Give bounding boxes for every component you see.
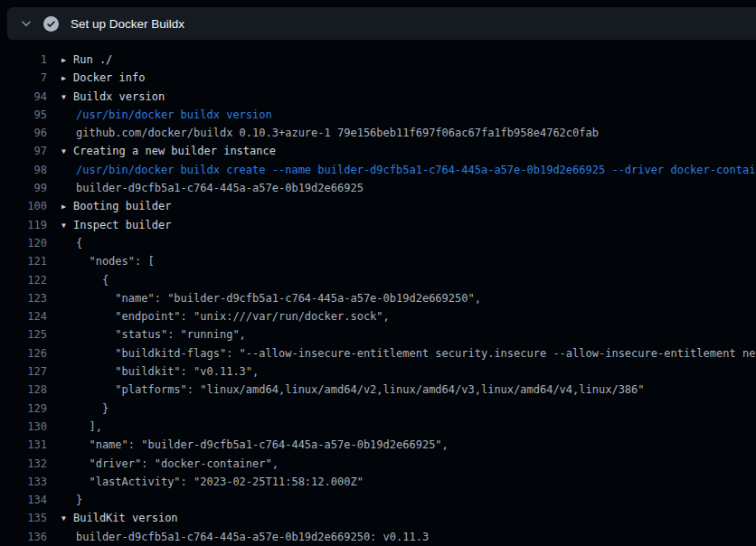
line-number[interactable]: 131 — [0, 436, 47, 454]
log-output-text: "buildkit": "v0.11.3", — [76, 362, 259, 381]
log-line: 127 "buildkit": "v0.11.3", — [0, 362, 756, 381]
log-command-text: /usr/bin/docker buildx version — [76, 106, 272, 124]
line-number[interactable]: 129 — [0, 400, 47, 418]
log-output-text: "nodes": [ — [76, 252, 155, 270]
log-group-header[interactable]: ▶Run ./ — [61, 51, 112, 69]
line-number[interactable]: 95 — [0, 106, 47, 124]
log-line: 131 "name": "builder-d9cfb5a1-c764-445a-… — [0, 436, 756, 454]
log-output-text: github.com/docker/buildx 0.10.3+azure-1 … — [76, 124, 599, 142]
line-number[interactable]: 134 — [0, 491, 47, 509]
line-number[interactable]: 125 — [0, 325, 47, 344]
log-line: 124 "endpoint": "unix:///var/run/docker.… — [0, 307, 756, 325]
log-group-header[interactable]: ▼Creating a new builder instance — [61, 142, 276, 160]
log-line: 99builder-d9cfb5a1-c764-445a-a57e-0b19d2… — [0, 179, 756, 197]
log-line: 128 "platforms": "linux/amd64,linux/amd6… — [0, 381, 756, 399]
line-number[interactable]: 136 — [0, 528, 47, 546]
log-line: 7▶Docker info — [0, 69, 756, 87]
log-line: 95/usr/bin/docker buildx version — [0, 106, 756, 124]
log-line: 121 "nodes": [ — [0, 252, 756, 270]
log-line: 119▼Inspect builder — [0, 216, 756, 234]
log-line: 100▶Booting builder — [0, 197, 756, 215]
log-line: 129 } — [0, 400, 756, 418]
log-output-text: "buildkitd-flags": "--allow-insecure-ent… — [76, 344, 756, 362]
line-number[interactable]: 123 — [0, 289, 47, 307]
line-number[interactable]: 1 — [0, 51, 47, 69]
log-line: 125 "status": "running", — [0, 325, 756, 344]
triangle-down-icon[interactable]: ▼ — [61, 89, 73, 106]
log-command-text: /usr/bin/docker buildx create --name bui… — [76, 161, 756, 179]
log-line: 136builder-d9cfb5a1-c764-445a-a57e-0b19d… — [0, 528, 756, 546]
log-output-text: "name": "builder-d9cfb5a1-c764-445a-a57e… — [76, 289, 481, 307]
line-number[interactable]: 121 — [0, 252, 47, 270]
log-line: 98/usr/bin/docker buildx create --name b… — [0, 161, 756, 179]
log-viewer: 1▶Run ./7▶Docker info94▼Buildx version95… — [0, 51, 756, 546]
log-line: 130 ], — [0, 418, 756, 436]
line-number[interactable]: 127 — [0, 362, 47, 381]
log-output-text: "endpoint": "unix:///var/run/docker.sock… — [76, 307, 390, 325]
chevron-down-icon[interactable] — [19, 16, 33, 31]
log-output-text: builder-d9cfb5a1-c764-445a-a57e-0b19d2e6… — [76, 528, 429, 546]
line-number[interactable]: 122 — [0, 271, 47, 289]
log-group-header[interactable]: ▶Booting builder — [61, 197, 171, 215]
triangle-down-icon[interactable]: ▼ — [61, 143, 73, 160]
log-line: 122 { — [0, 271, 756, 289]
log-group-header[interactable]: ▼Inspect builder — [61, 216, 171, 234]
line-number[interactable]: 98 — [0, 161, 47, 179]
log-line: 133 "lastActivity": "2023-02-25T11:58:12… — [0, 473, 756, 491]
line-number[interactable]: 97 — [0, 142, 47, 160]
log-line: 94▼Buildx version — [0, 88, 756, 106]
line-number[interactable]: 96 — [0, 124, 47, 142]
step-title: Set up Docker Buildx — [71, 17, 184, 31]
log-output-text: "driver": "docker-container", — [76, 455, 279, 473]
check-circle-icon — [43, 16, 59, 32]
line-number[interactable]: 99 — [0, 179, 47, 197]
log-line: 126 "buildkitd-flags": "--allow-insecure… — [0, 344, 756, 362]
log-group-header[interactable]: ▶Docker info — [61, 69, 145, 87]
triangle-right-icon[interactable]: ▶ — [61, 52, 73, 69]
triangle-right-icon[interactable]: ▶ — [61, 198, 73, 215]
log-output-text: } — [76, 491, 82, 509]
line-number[interactable]: 7 — [0, 69, 47, 87]
log-group-header[interactable]: ▼Buildx version — [61, 88, 165, 106]
log-line: 134} — [0, 491, 756, 509]
triangle-down-icon[interactable]: ▼ — [61, 217, 73, 234]
line-number[interactable]: 128 — [0, 381, 47, 399]
line-number[interactable]: 94 — [0, 88, 47, 106]
line-number[interactable]: 132 — [0, 455, 47, 473]
log-line: 135▼BuildKit version — [0, 509, 756, 527]
log-output-text: "name": "builder-d9cfb5a1-c764-445a-a57e… — [76, 436, 449, 454]
line-number[interactable]: 100 — [0, 197, 47, 215]
log-output-text: "platforms": "linux/amd64,linux/amd64/v2… — [76, 381, 645, 399]
log-output-text: builder-d9cfb5a1-c764-445a-a57e-0b19d2e6… — [76, 179, 364, 197]
log-line: 97▼Creating a new builder instance — [0, 142, 756, 160]
log-line: 132 "driver": "docker-container", — [0, 455, 756, 473]
log-output-text: { — [76, 234, 82, 252]
log-output-text: "lastActivity": "2023-02-25T11:58:12.000… — [76, 473, 364, 491]
log-group-header[interactable]: ▼BuildKit version — [61, 509, 178, 527]
line-number[interactable]: 124 — [0, 307, 47, 325]
line-number[interactable]: 130 — [0, 418, 47, 436]
log-output-text: ], — [76, 418, 102, 436]
log-line: 96github.com/docker/buildx 0.10.3+azure-… — [0, 124, 756, 142]
log-output-text: { — [76, 271, 109, 289]
log-lines: 1▶Run ./7▶Docker info94▼Buildx version95… — [0, 51, 756, 546]
log-line: 123 "name": "builder-d9cfb5a1-c764-445a-… — [0, 289, 756, 307]
line-number[interactable]: 120 — [0, 234, 47, 252]
triangle-right-icon[interactable]: ▶ — [61, 70, 73, 87]
line-number[interactable]: 126 — [0, 344, 47, 362]
line-number[interactable]: 133 — [0, 473, 47, 491]
line-number[interactable]: 135 — [0, 509, 47, 527]
step-header[interactable]: Set up Docker Buildx — [7, 7, 756, 40]
log-output-text: } — [76, 400, 109, 418]
line-number[interactable]: 119 — [0, 216, 47, 234]
log-output-text: "status": "running", — [76, 325, 246, 344]
log-line: 120{ — [0, 234, 756, 252]
triangle-down-icon[interactable]: ▼ — [61, 510, 73, 527]
log-line: 1▶Run ./ — [0, 51, 756, 69]
